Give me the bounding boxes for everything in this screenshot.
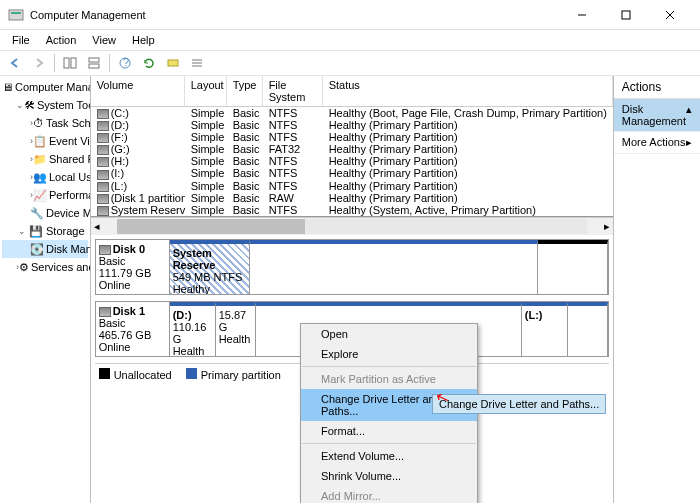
back-button[interactable]	[4, 52, 26, 74]
ctx-mark-active: Mark Partition as Active	[301, 369, 477, 389]
rescan-button[interactable]	[162, 52, 184, 74]
disk-1-info[interactable]: Disk 1 Basic465.76 GBOnline	[96, 302, 170, 356]
svg-text:?: ?	[123, 56, 129, 68]
titlebar: Computer Management	[0, 0, 700, 30]
svg-rect-7	[71, 58, 76, 68]
action-more[interactable]: More Actions▸	[614, 132, 700, 154]
col-volume[interactable]: Volume	[91, 76, 185, 106]
menu-file[interactable]: File	[4, 32, 38, 48]
window-title: Computer Management	[30, 9, 560, 21]
volume-header: Volume Layout Type File System Status	[91, 76, 613, 107]
disk-icon: 💽	[30, 241, 44, 257]
show-panes-button[interactable]	[59, 52, 81, 74]
ctx-open[interactable]: Open	[301, 324, 477, 344]
disk-0-row: Disk 0 Basic111.79 GBOnline System Reser…	[95, 239, 609, 295]
menu-action[interactable]: Action	[38, 32, 85, 48]
tooltip: Change Drive Letter and Paths...	[432, 394, 606, 414]
volume-row[interactable]: (Disk 1 partition 2)SimpleBasicRAWHealth…	[91, 192, 613, 204]
scheduler-icon: ⏱	[33, 115, 44, 131]
computer-icon: 🖥	[2, 79, 13, 95]
services-icon: ⚙	[19, 259, 29, 275]
disk1-part-d[interactable]: (D:)110.16 GHealth	[170, 302, 216, 356]
volume-row[interactable]: (D:)SimpleBasicNTFSHealthy (Primary Part…	[91, 119, 613, 131]
tree-event-viewer[interactable]: ›📋Event Viewer	[2, 132, 88, 150]
refresh-button[interactable]	[138, 52, 160, 74]
col-type[interactable]: Type	[227, 76, 263, 106]
actions-pane: Actions Disk Management▴ More Actions▸	[614, 76, 700, 503]
view-layout-button[interactable]	[83, 52, 105, 74]
svg-rect-8	[89, 58, 99, 62]
close-button[interactable]	[648, 1, 692, 29]
svg-rect-1	[11, 12, 21, 14]
collapse-icon[interactable]: ⌄	[16, 226, 28, 236]
svg-rect-9	[89, 64, 99, 68]
menubar: File Action View Help	[0, 30, 700, 50]
svg-rect-0	[9, 10, 23, 20]
volume-row[interactable]: (H:)SimpleBasicNTFSHealthy (Primary Part…	[91, 155, 613, 167]
action-disk-management[interactable]: Disk Management▴	[614, 99, 700, 132]
menu-help[interactable]: Help	[124, 32, 163, 48]
horizontal-scrollbar[interactable]: ◂▸	[91, 217, 613, 235]
tree-local-users[interactable]: ›👥Local Users and Groups	[2, 168, 88, 186]
ctx-mirror: Add Mirror...	[301, 486, 477, 503]
disk1-part-l[interactable]: (L:)	[522, 302, 568, 356]
disk1-part-2[interactable]: 15.87 GHealth	[216, 302, 256, 356]
device-icon: 🔧	[30, 205, 44, 221]
ctx-extend[interactable]: Extend Volume...	[301, 446, 477, 466]
disk0-unallocated[interactable]	[538, 240, 608, 294]
tree-shared-folders[interactable]: ›📁Shared Folders	[2, 150, 88, 168]
forward-button[interactable]	[28, 52, 50, 74]
tree-root[interactable]: 🖥Computer Management (Local)	[2, 78, 88, 96]
col-layout[interactable]: Layout	[185, 76, 227, 106]
menu-view[interactable]: View	[84, 32, 124, 48]
tree-device-manager[interactable]: 🔧Device Manager	[2, 204, 88, 222]
volume-row[interactable]: (I:)SimpleBasicNTFSHealthy (Primary Part…	[91, 167, 613, 179]
disk-0-info[interactable]: Disk 0 Basic111.79 GBOnline	[96, 240, 170, 294]
event-icon: 📋	[33, 133, 47, 149]
submenu-icon: ▸	[686, 136, 692, 149]
volume-row[interactable]: (F:)SimpleBasicNTFSHealthy (Primary Part…	[91, 131, 613, 143]
collapse-icon[interactable]: ⌄	[16, 100, 24, 110]
volume-row[interactable]: (G:)SimpleBasicFAT32Healthy (Primary Par…	[91, 143, 613, 155]
svg-rect-3	[622, 11, 630, 19]
folder-icon: 📁	[33, 151, 47, 167]
disk1-part-end[interactable]	[568, 302, 608, 356]
minimize-button[interactable]	[560, 1, 604, 29]
help-button[interactable]: ?	[114, 52, 136, 74]
perf-icon: 📈	[33, 187, 47, 203]
tree-storage[interactable]: ⌄💾Storage	[2, 222, 88, 240]
legend-unallocated: Unallocated	[99, 368, 172, 381]
tree-performance[interactable]: ›📈Performance	[2, 186, 88, 204]
tree-task-scheduler[interactable]: ›⏱Task Scheduler	[2, 114, 88, 132]
disk0-part-c[interactable]	[250, 240, 538, 294]
volume-row[interactable]: (L:)SimpleBasicNTFSHealthy (Primary Part…	[91, 180, 613, 192]
tree-disk-management[interactable]: 💽Disk Management	[2, 240, 88, 258]
svg-rect-6	[64, 58, 69, 68]
actions-title: Actions	[614, 76, 700, 99]
list-view-button[interactable]	[186, 52, 208, 74]
ctx-format[interactable]: Format...	[301, 421, 477, 441]
storage-icon: 💾	[28, 223, 44, 239]
toolbar: ?	[0, 50, 700, 76]
svg-rect-12	[168, 60, 178, 66]
col-fs[interactable]: File System	[263, 76, 323, 106]
volume-row[interactable]: (C:)SimpleBasicNTFSHealthy (Boot, Page F…	[91, 107, 613, 119]
ctx-explore[interactable]: Explore	[301, 344, 477, 364]
navigation-tree: 🖥Computer Management (Local) ⌄🛠System To…	[0, 76, 91, 503]
users-icon: 👥	[33, 169, 47, 185]
col-status[interactable]: Status	[323, 76, 613, 106]
tree-services[interactable]: ›⚙Services and Applications	[2, 258, 88, 276]
ctx-shrink[interactable]: Shrink Volume...	[301, 466, 477, 486]
disk0-part-system-reserved[interactable]: System Reserve549 MB NTFSHealthy (System…	[170, 240, 250, 294]
tools-icon: 🛠	[24, 97, 35, 113]
volume-row[interactable]: System Reserved (K:)SimpleBasicNTFSHealt…	[91, 204, 613, 216]
volume-list: Volume Layout Type File System Status (C…	[91, 76, 613, 217]
legend-primary: Primary partition	[186, 368, 281, 381]
app-icon	[8, 7, 24, 23]
tree-system-tools[interactable]: ⌄🛠System Tools	[2, 96, 88, 114]
dropdown-icon: ▴	[686, 103, 692, 127]
maximize-button[interactable]	[604, 1, 648, 29]
